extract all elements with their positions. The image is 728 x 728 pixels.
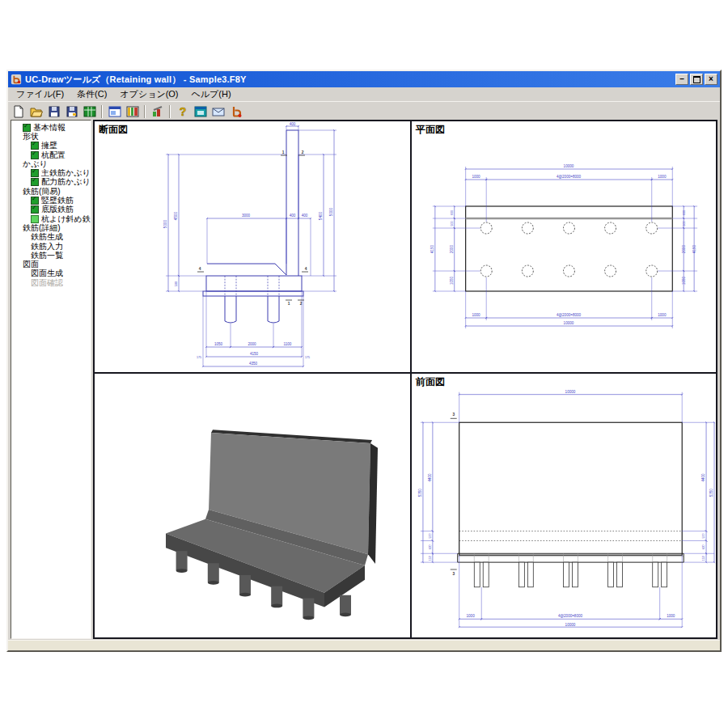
dim-label: 4350 [249,362,258,366]
dim-label: 1000 [658,175,667,179]
generate-icon [151,105,164,118]
minimize-button[interactable]: – [675,74,688,85]
restore-icon [693,76,700,83]
dim-label: 1050 [214,342,223,346]
dim-label: 400 [290,214,296,218]
front-view-pane: 前面図 [412,374,716,637]
dim-label: 5400 [319,211,323,220]
dim-label: 10000 [564,164,574,168]
save-button[interactable] [45,104,62,120]
dim-label: 500 [683,221,686,226]
checked-icon [31,151,39,159]
new-file-icon [12,105,25,118]
dim-label: 10000 [565,390,576,394]
status-bar [8,640,720,650]
dim-label: 150 [702,556,705,561]
dim-label: 600 [683,210,686,215]
plan-view-pane: 平面図 [412,121,716,374]
uc-draw-logo-button[interactable] [227,104,244,120]
window-title: UC-Drawツールズ（Retaining wall） - Sample3.F8… [25,74,672,86]
save-floppy-icon [48,105,61,118]
section-view-pane: 断面図 [95,121,412,374]
sidebar-item-basic-info[interactable]: 基本情報 [11,123,91,132]
mail-send-button[interactable] [210,104,226,120]
section-mark: 4 [305,267,307,271]
front-view-title: 前面図 [416,375,445,389]
app-logo-icon [11,74,22,85]
close-button[interactable]: × [705,74,717,85]
dim-label: 4@2000=8000 [557,175,582,179]
screen-icon [194,105,207,118]
drawing-generate-button[interactable] [149,104,166,120]
dim-label: 175 [197,356,201,359]
dim-label: 500 [451,221,454,226]
front-drawing: 10000 5350 4400 500 600 150 4400 500 600… [412,374,716,637]
toolbar: ? [8,101,720,121]
uc-draw-logo-icon [230,105,243,118]
dim-label: 5350 [709,489,713,497]
screen-settings-button[interactable] [192,104,209,120]
section-mark: 1 [282,150,285,154]
open-file-button[interactable] [28,104,44,120]
checked-icon [23,124,31,132]
dim-label: 5000 [329,207,333,216]
dim-label: 10000 [565,623,576,627]
dim-label: 600 [429,544,432,549]
section-mark: 2 [300,302,303,306]
dim-label: 600 [702,544,705,549]
dim-label: 2000 [248,342,256,346]
dim-label: 5000 [163,219,167,228]
dim-label: 4150 [250,352,259,356]
menu-help[interactable]: ヘルプ(H) [185,87,238,101]
menu-option[interactable]: オプション(O) [113,87,184,101]
dim-label: 1100 [284,342,292,346]
checked-icon [31,178,39,186]
section-drawing: 400 5000 4500 500 5400 5000 3000 400 400… [95,121,410,372]
dim-label: 500 [429,534,432,539]
section-mark: 3 [452,572,455,576]
new-file-button[interactable] [10,104,27,120]
toolbar-separator [101,105,103,118]
dim-label: 5350 [418,489,422,497]
rebar-list-button[interactable] [124,104,141,120]
drawing-area: 断面図 [93,120,717,639]
restore-button[interactable] [690,74,703,85]
section-mark: 3 [452,413,455,417]
sidebar-item-drawing-confirm[interactable]: 図面確認 [11,278,91,287]
dim-label: 3000 [242,214,251,218]
drawing-preview-button[interactable] [106,104,123,120]
menu-bar: ファイル(F) 条件(C) オプション(O) ヘルプ(H) [8,87,720,101]
checked-icon [31,205,39,214]
rebar-table-button[interactable] [81,104,98,120]
menu-file[interactable]: ファイル(F) [10,87,70,101]
navigation-tree: 基本情報 形状 擁壁 杭配置 かぶり 主鉄筋かぶり 配力筋かぶり 鉄筋(簡易) … [11,120,91,639]
dim-label: 4150 [430,244,434,253]
dim-label: 2000 [450,244,454,253]
dim-label: 2000 [682,244,686,253]
model-3d-drawing [95,374,410,637]
toolbar-separator [144,105,146,118]
help-icon: ? [176,105,189,118]
plan-drawing: 10000 1000 4@2000=8000 1000 1000 4@2000=… [412,121,716,372]
window-preview-icon [108,105,121,118]
color-table-icon [126,105,139,118]
dim-label: 150 [429,556,432,561]
dim-label: 175 [305,356,310,359]
save-as-button[interactable] [63,104,80,120]
app-window: UC-Drawツールズ（Retaining wall） - Sample3.F8… [6,70,722,652]
dim-label: 1000 [472,313,480,317]
dim-label: 600 [451,210,454,215]
mail-icon [212,105,225,118]
green-table-icon [83,105,96,118]
section-mark: 1 [288,302,290,306]
dim-label: 4400 [701,473,705,482]
dim-label: 400 [290,122,296,126]
menu-condition[interactable]: 条件(C) [70,87,113,101]
svg-text:?: ? [179,105,186,118]
dim-label: 1050 [450,276,454,285]
title-bar[interactable]: UC-Drawツールズ（Retaining wall） - Sample3.F8… [8,71,720,87]
dim-label: 4@2000=8000 [557,313,582,317]
dim-label: 4400 [428,473,432,482]
help-button[interactable]: ? [174,104,191,120]
section-mark: 2 [302,150,304,154]
